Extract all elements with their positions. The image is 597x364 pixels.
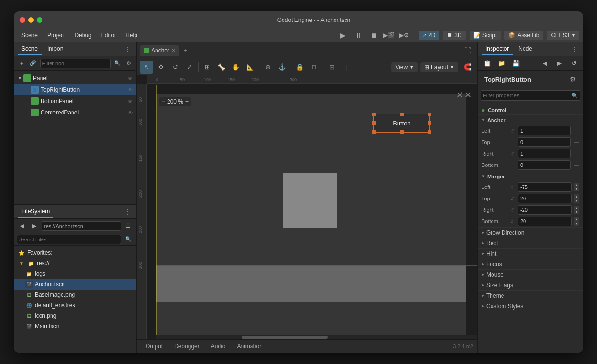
fs-forward-btn[interactable]: ▶ xyxy=(29,221,40,231)
fs-item-baseimage[interactable]: 🖼 BaseImage.png xyxy=(14,290,136,300)
handle-ml[interactable] xyxy=(372,121,376,125)
margin-right-up[interactable]: ▲ xyxy=(574,206,579,210)
inspector-node-settings[interactable]: ⚙ xyxy=(566,73,579,86)
margin-right-reset[interactable]: ↺ xyxy=(508,206,516,214)
custom-styles-row[interactable]: ▶ Custom Styles xyxy=(478,301,583,311)
assetlib-button[interactable]: 📦 AssetLib xyxy=(504,31,543,40)
editor-tab-anchor[interactable]: Anchor ✕ xyxy=(140,45,179,56)
zoom-minus[interactable]: − xyxy=(162,98,165,105)
group-button[interactable]: □ xyxy=(307,61,321,74)
view-menu[interactable]: View ▼ xyxy=(391,62,418,72)
menu-debug[interactable]: Debug xyxy=(71,31,95,40)
margin-left-spinner[interactable]: ▲ ▼ xyxy=(574,183,579,191)
select-tool[interactable]: ↖ xyxy=(140,61,153,74)
tree-item-centeredpanel[interactable]: CenteredPanel 👁 xyxy=(14,107,136,118)
inspector-tab-inspector[interactable]: Inspector xyxy=(482,43,513,55)
inspector-save-btn[interactable]: 💾 xyxy=(509,57,523,70)
tab-animation[interactable]: Animation xyxy=(232,342,267,351)
inspector-menu[interactable]: ⋮ xyxy=(570,44,579,54)
move-tool[interactable]: ✥ xyxy=(154,61,168,74)
canvas-close-icon[interactable]: ✕✕ xyxy=(456,90,471,100)
anchor-bottom-value[interactable]: 0 xyxy=(518,160,571,170)
margin-top-down[interactable]: ▼ xyxy=(574,198,579,203)
anchor-top-value[interactable]: 0 xyxy=(518,137,571,147)
canvas-area[interactable]: 0 50 100 150 200 300 50 100 150 xyxy=(137,75,477,339)
margin-bottom-down[interactable]: ▼ xyxy=(574,221,579,226)
fs-search-icon[interactable]: 🔍 xyxy=(123,234,134,245)
margin-top-reset[interactable]: ↺ xyxy=(508,195,516,202)
handle-tm[interactable] xyxy=(400,113,404,116)
margin-left-reset[interactable]: ↺ xyxy=(508,183,516,191)
snap-options[interactable]: 🧲 xyxy=(461,61,474,74)
pause-button[interactable]: ⏸ xyxy=(352,29,365,42)
handle-tr[interactable] xyxy=(428,113,431,116)
bone-tool[interactable]: 🦴 xyxy=(215,61,228,74)
margin-right-spinner[interactable]: ▲ ▼ xyxy=(574,206,579,214)
margin-section-header[interactable]: ▼ Margin xyxy=(478,171,583,181)
inspector-prev-btn[interactable]: ◀ xyxy=(538,57,552,70)
scrollbar-thumb-h[interactable] xyxy=(242,336,328,339)
scene-options-button[interactable]: ⚙ xyxy=(124,58,134,69)
tree-item-panel[interactable]: ▼ Panel 👁 xyxy=(14,73,136,84)
inspector-tab-node[interactable]: Node xyxy=(514,43,536,55)
maximize-button[interactable] xyxy=(37,17,42,23)
fs-item-defaultenv[interactable]: 🌐 default_env.tres xyxy=(14,300,136,311)
tab-import[interactable]: Import xyxy=(43,43,67,55)
margin-bottom-value[interactable]: 20 xyxy=(518,217,572,226)
fs-item-main[interactable]: 🎬 Main.tscn xyxy=(14,321,136,332)
margin-right-down[interactable]: ▼ xyxy=(574,210,579,214)
scale-tool[interactable]: ⤢ xyxy=(183,61,196,74)
fs-back-btn[interactable]: ◀ xyxy=(17,221,27,231)
margin-top-value[interactable]: 20 xyxy=(518,194,572,203)
anchor-left-value[interactable]: 1 xyxy=(518,126,571,135)
menu-scene[interactable]: Scene xyxy=(18,31,42,40)
ruler-tool[interactable]: 📐 xyxy=(243,61,257,74)
snap-tool[interactable]: ⊞ xyxy=(200,61,214,74)
pan-tool[interactable]: ✋ xyxy=(229,61,242,74)
script-button[interactable]: 📝 Script xyxy=(470,31,501,40)
margin-right-value[interactable]: -20 xyxy=(518,205,572,215)
inspector-file-btn[interactable]: 📁 xyxy=(495,57,508,70)
handle-mr[interactable] xyxy=(428,121,431,125)
scene-panel-menu[interactable]: ⋮ xyxy=(123,44,133,54)
tab-close-button[interactable]: ✕ xyxy=(171,48,175,53)
tab-audio[interactable]: Audio xyxy=(206,342,230,351)
close-button[interactable] xyxy=(20,17,25,23)
visibility-icon-panel[interactable]: 👁 xyxy=(126,74,135,83)
anchor-right-value[interactable]: 1 xyxy=(518,149,571,158)
fs-search-input[interactable] xyxy=(17,235,121,244)
anchor-section-header[interactable]: ▼ Anchor xyxy=(478,114,583,125)
size-flags-row[interactable]: ▶ Size Flags xyxy=(478,280,583,290)
anchor-left-reset[interactable]: ↺ xyxy=(508,127,516,135)
fs-item-icon[interactable]: 🖼 icon.png xyxy=(14,311,136,321)
focus-row[interactable]: ▶ Focus xyxy=(478,259,583,269)
visibility-icon-bottompanel[interactable]: 👁 xyxy=(126,97,135,105)
rect-row[interactable]: ▶ Rect xyxy=(478,238,583,248)
inspector-history-btn[interactable]: ↺ xyxy=(567,57,580,70)
visibility-icon-toprightbutton[interactable]: 👁 xyxy=(126,85,135,94)
canvas-button-element[interactable]: Button xyxy=(373,114,430,133)
tree-item-toprightbutton[interactable]: 👤 TopRightButton 👁 xyxy=(14,84,136,95)
margin-left-value[interactable]: -75 xyxy=(518,182,572,192)
layout-menu[interactable]: ⊞ Layout ▼ xyxy=(420,62,458,72)
tab-filesystem[interactable]: FileSystem xyxy=(18,206,53,218)
visibility-icon-centeredpanel[interactable]: 👁 xyxy=(126,108,135,117)
menu-project[interactable]: Project xyxy=(43,31,69,40)
mouse-row[interactable]: ▶ Mouse xyxy=(478,269,583,280)
canvas-scrollbar-h[interactable] xyxy=(156,335,477,339)
margin-top-up[interactable]: ▲ xyxy=(574,194,579,198)
lock-button[interactable]: 🔒 xyxy=(293,61,306,74)
tab-output[interactable]: Output xyxy=(141,342,168,351)
filter-nodes-input[interactable] xyxy=(40,59,111,68)
grid-button[interactable]: ⊞ xyxy=(325,61,338,74)
inspector-next-btn[interactable]: ▶ xyxy=(553,57,566,70)
fs-item-favorites[interactable]: ⭐ Favorites: xyxy=(14,248,136,258)
handle-bl[interactable] xyxy=(372,130,376,134)
filesystem-menu[interactable]: ⋮ xyxy=(123,207,133,217)
margin-left-down[interactable]: ▼ xyxy=(574,187,579,191)
margin-bottom-up[interactable]: ▲ xyxy=(574,217,579,221)
fullscreen-button[interactable]: ⛶ xyxy=(461,44,474,57)
link-node-button[interactable]: 🔗 xyxy=(28,58,38,69)
rotate-tool[interactable]: ↺ xyxy=(168,61,182,74)
handle-bm[interactable] xyxy=(400,130,404,134)
